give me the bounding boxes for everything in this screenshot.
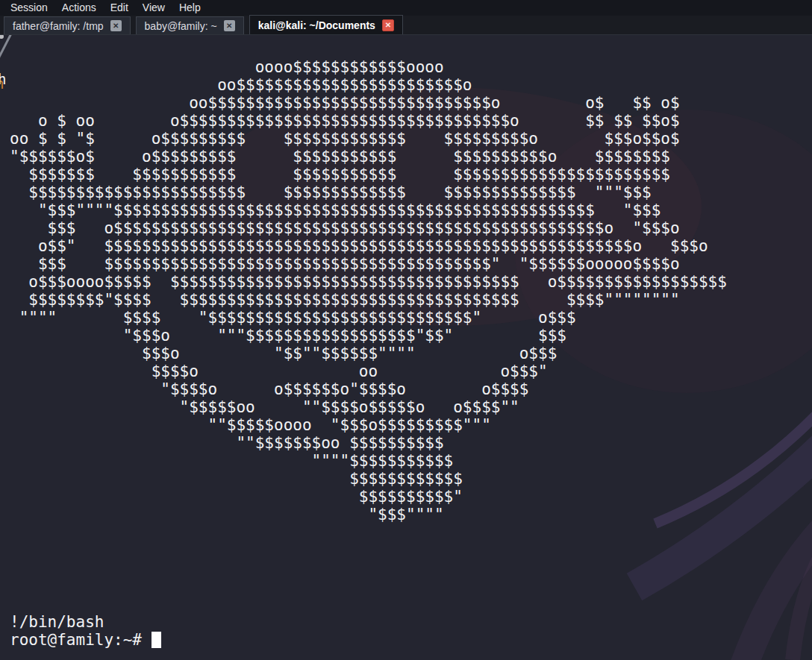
desktop-edge-glyph: h [0,71,6,87]
close-icon[interactable]: ✕ [224,20,235,31]
desktop-edge-glyph-shadow: h [0,75,4,92]
prompt-line: root@family:~# [10,631,161,649]
tab-label: baby@family: ~ [145,20,217,32]
tab-kali-kali-documents[interactable]: kali@kali: ~/Documents ✕ [249,15,403,34]
menu-view[interactable]: View [143,0,165,16]
tab-baby-family-home[interactable]: baby@family: ~ ✕ [136,16,244,34]
close-icon[interactable]: ✕ [110,20,122,31]
shell-prompt: root@family:~# [10,631,142,649]
menu-bar: Session Actions Edit View Help [0,0,812,16]
tab-label: father@family: /tmp [13,20,104,32]
menu-edit[interactable]: Edit [110,0,128,16]
shell-output-line: !/bin/bash [10,613,104,631]
ascii-art: oooo$$$$$$$$$$$$oooo oo$$$$$$$$$$$$$$$$$… [10,58,727,524]
tab-label: kali@kali: ~/Documents [258,19,375,31]
tab-bar: father@family: /tmp ✕ baby@family: ~ ✕ k… [0,16,812,35]
konsole-window: Session Actions Edit View Help father@fa… [0,0,812,660]
menu-help[interactable]: Help [179,0,201,16]
terminal-view[interactable]: h h oooo$$$$$$$$$$$$oooo oo$$$$$$$$$$$$$… [0,35,812,660]
close-icon[interactable]: ✕ [382,19,394,31]
terminal-cursor [152,632,161,648]
menu-actions[interactable]: Actions [62,0,96,16]
menu-session[interactable]: Session [10,0,48,16]
tab-father-family-tmp[interactable]: father@family: /tmp ✕ [4,16,131,34]
